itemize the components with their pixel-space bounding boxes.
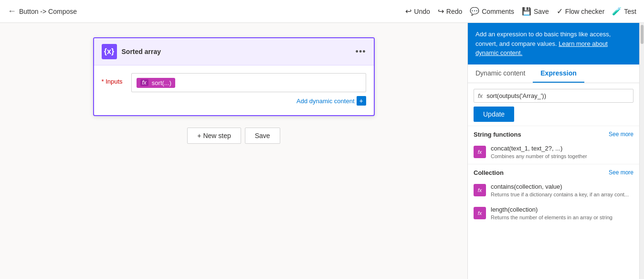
fn-concat-icon: fx bbox=[474, 146, 486, 158]
fn-length-name: length(collection) bbox=[491, 206, 633, 213]
fn-concat-desc: Combines any number of strings together bbox=[491, 153, 633, 160]
string-see-more-link[interactable]: See more bbox=[609, 131, 633, 138]
redo-button[interactable]: ↪ Redo bbox=[438, 7, 462, 16]
canvas-center: {x} Sorted array ••• * Inputs fx sort(.. bbox=[93, 37, 375, 144]
comments-button[interactable]: 💬 Comments bbox=[470, 7, 514, 16]
fn-item-length[interactable]: fx length(collection) Returns the number… bbox=[468, 202, 639, 225]
string-functions-title: String functions bbox=[474, 131, 521, 138]
compose-field-label: * Inputs bbox=[102, 78, 126, 85]
compose-token-fx-icon: fx bbox=[140, 79, 148, 86]
collection-header: Collection See more bbox=[468, 164, 639, 179]
flow-checker-button[interactable]: ✓ Flow checker bbox=[557, 7, 604, 16]
add-dynamic-label: Add dynamic content bbox=[296, 97, 354, 105]
fn-length-icon: fx bbox=[474, 207, 486, 219]
fn-contains-name: contains(collection, value) bbox=[491, 183, 633, 190]
expression-input[interactable] bbox=[486, 92, 629, 99]
panel-scroll[interactable]: String functions See more fx concat(text… bbox=[468, 126, 639, 279]
canvas: {x} Sorted array ••• * Inputs fx sort(.. bbox=[0, 23, 467, 279]
string-functions-section: String functions See more fx concat(text… bbox=[468, 126, 639, 164]
redo-icon: ↪ bbox=[438, 7, 444, 16]
compose-add-dynamic[interactable]: Add dynamic content + bbox=[102, 92, 366, 107]
fn-contains-desc: Returns true if a dictionary contains a … bbox=[491, 191, 633, 198]
canvas-actions: + New step Save bbox=[187, 128, 280, 144]
add-dynamic-button[interactable]: + bbox=[357, 96, 366, 106]
fn-concat-info: concat(text_1, text_2?, ...) Combines an… bbox=[491, 145, 633, 160]
back-arrow-icon: ← bbox=[8, 6, 16, 16]
collection-see-more-link[interactable]: See more bbox=[609, 169, 633, 176]
string-functions-header: String functions See more bbox=[468, 126, 639, 141]
test-button[interactable]: 🧪 Test bbox=[612, 7, 636, 16]
tab-expression[interactable]: Expression bbox=[533, 64, 584, 83]
add-dynamic-icon: + bbox=[359, 97, 363, 105]
compose-body: * Inputs fx sort(...) Add dynamic conten… bbox=[94, 65, 374, 115]
fn-concat-name: concat(text_1, text_2?, ...) bbox=[491, 145, 633, 152]
canvas-save-button[interactable]: Save bbox=[245, 128, 280, 144]
test-icon: 🧪 bbox=[612, 7, 622, 16]
collection-title: Collection bbox=[474, 169, 504, 176]
save-icon: 💾 bbox=[522, 7, 531, 16]
fn-length-desc: Returns the number of elements in an arr… bbox=[491, 214, 633, 221]
save-button[interactable]: 💾 Save bbox=[522, 7, 549, 16]
fn-contains-icon: fx bbox=[474, 184, 486, 196]
scrollbar-thumb[interactable] bbox=[641, 25, 644, 44]
collection-section: Collection See more fx contains(collecti… bbox=[468, 164, 639, 225]
panel-tabs: Dynamic content Expression bbox=[468, 64, 639, 83]
compose-icon: {x} bbox=[102, 44, 117, 59]
compose-more-button[interactable]: ••• bbox=[356, 47, 366, 57]
compose-card-header: {x} Sorted array ••• bbox=[94, 38, 374, 65]
compose-card: {x} Sorted array ••• * Inputs fx sort(.. bbox=[93, 37, 375, 116]
new-step-button[interactable]: + New step bbox=[187, 128, 241, 144]
right-panel: Add an expression to do basic things lik… bbox=[467, 23, 639, 279]
undo-button[interactable]: ↩ Undo bbox=[405, 7, 430, 16]
fn-length-info: length(collection) Returns the number of… bbox=[491, 206, 633, 221]
compose-token-text: sort(...) bbox=[152, 79, 171, 86]
update-button[interactable]: Update bbox=[474, 107, 514, 122]
fn-item-contains[interactable]: fx contains(collection, value) Returns t… bbox=[468, 179, 639, 202]
expression-fx-icon: fx bbox=[478, 92, 483, 99]
panel-expression: fx Update bbox=[468, 83, 639, 126]
compose-token: fx sort(...) bbox=[137, 78, 176, 88]
undo-icon: ↩ bbox=[405, 7, 412, 16]
back-button[interactable]: ← Button -> Compose bbox=[8, 6, 77, 16]
comments-icon: 💬 bbox=[470, 7, 479, 16]
main-area: {x} Sorted array ••• * Inputs fx sort(.. bbox=[0, 23, 644, 279]
fn-contains-info: contains(collection, value) Returns true… bbox=[491, 183, 633, 198]
tab-dynamic-content[interactable]: Dynamic content bbox=[468, 64, 533, 83]
topbar-actions: ↩ Undo ↪ Redo 💬 Comments 💾 Save ✓ Flow c… bbox=[405, 7, 636, 16]
fn-item-concat[interactable]: fx concat(text_1, text_2?, ...) Combines… bbox=[468, 141, 639, 164]
panel-info: Add an expression to do basic things lik… bbox=[468, 23, 639, 64]
scrollbar-track bbox=[639, 23, 644, 279]
topbar: ← Button -> Compose ↩ Undo ↪ Redo 💬 Comm… bbox=[0, 0, 644, 23]
topbar-title: Button -> Compose bbox=[19, 8, 77, 15]
flow-checker-icon: ✓ bbox=[557, 7, 563, 16]
expression-input-row: fx bbox=[474, 89, 633, 103]
compose-icon-symbol: {x} bbox=[104, 47, 114, 56]
compose-field-row: * Inputs fx sort(...) bbox=[102, 73, 366, 92]
compose-title: Sorted array bbox=[122, 48, 351, 55]
compose-input-box[interactable]: fx sort(...) bbox=[131, 73, 366, 92]
